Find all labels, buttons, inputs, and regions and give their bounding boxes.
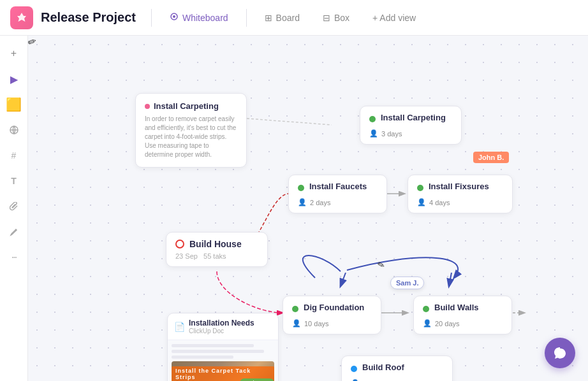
dig-foundation-meta: 👤 10 days [292,319,372,327]
installation-needs-title: Installation Needs [189,319,254,327]
john-badge: John B. [473,152,509,163]
build-roof-card[interactable]: Build Roof 👤 10 days [341,356,453,381]
installation-needs-subtitle: ClickUp Doc [189,327,254,334]
install-faucets-title: Install Faucets [309,182,367,191]
dig-person-icon: 👤 [292,319,301,327]
doc-line-2 [172,350,264,353]
svg-point-1 [173,15,175,18]
sidebar-text-icon[interactable]: T [4,171,24,191]
install-carpeting-task-title: Install Carpeting [381,113,446,122]
install-carpeting-task-card[interactable]: Install Carpeting 👤 3 days [360,106,462,145]
project-title: Release Project [41,10,136,25]
fixtures-person-icon: 👤 [417,198,426,206]
sidebar-more-icon[interactable]: ··· [4,247,24,268]
build-house-card[interactable]: Build House 23 Sep 55 taks [166,232,268,267]
sam-badge: Sam J. [390,277,424,289]
install-fixtures-title: Install Fixsures [429,182,489,191]
pencil-cursor-icon: ✏ [28,36,38,49]
build-walls-meta: 👤 20 days [423,319,503,327]
tab-box-label: Box [334,13,349,23]
build-house-title: Build House [189,239,242,249]
faucets-dot [298,185,304,191]
app-logo [10,6,33,29]
build-walls-card[interactable]: Build Walls 👤 20 days [413,296,512,334]
install-carpeting-dot [145,104,150,109]
walls-person-icon: 👤 [423,319,432,327]
fixtures-dot [417,185,423,191]
tab-whiteboard-label: Whiteboard [182,13,228,23]
build-house-dot [175,240,184,248]
sidebar-attach-icon[interactable] [4,196,24,217]
header-divider2 [246,9,247,27]
add-view-label: + Add view [372,13,416,23]
whiteboard-icon [170,12,179,23]
sidebar-globe-icon[interactable] [4,120,24,140]
doc-card-header: 📄 Installation Needs ClickUp Doc [168,313,278,340]
sidebar-hash-icon[interactable]: # [4,145,24,166]
header-divider [151,9,152,27]
sidebar-play-icon[interactable]: ▶ [4,69,24,89]
draw-cursor-icon: ✏ [376,259,387,271]
board-icon: ⊞ [265,13,272,23]
install-fixtures-card[interactable]: Install Fixsures 👤 4 days [408,175,513,213]
install-carpeting-big-body: In order to remove carpet easily and eff… [145,115,237,159]
build-walls-title: Build Walls [434,303,479,312]
install-faucets-card[interactable]: Install Faucets 👤 2 days [288,175,387,213]
svg-line-3 [247,119,332,125]
tab-box[interactable]: ⊟ Box [315,9,357,27]
build-house-meta: 23 Sep 55 taks [175,252,258,260]
sidebar-pen-icon[interactable] [4,222,24,242]
sidebar: + ▶ 🟨 # T ··· [0,36,28,381]
add-view-button[interactable]: + Add view [365,9,423,27]
install-fixtures-meta: 👤 4 days [417,198,503,206]
tab-board-label: Board [276,13,300,23]
box-icon: ⊟ [323,13,330,23]
installation-needs-card[interactable]: 📄 Installation Needs ClickUp Doc Install… [167,313,279,381]
header: Release Project Whiteboard ⊞ Board ⊟ Box… [0,0,588,36]
andrew-badge: Andrew K. [240,378,274,381]
dig-dot [292,306,298,312]
doc-line-1 [172,344,254,347]
chat-bubble-button[interactable] [545,338,575,368]
install-carpeting-big-title: Install Carpeting [145,101,237,111]
tab-board[interactable]: ⊞ Board [257,9,307,27]
install-faucets-meta: 👤 2 days [298,198,378,206]
sidebar-note-icon[interactable]: 🟨 [4,94,24,115]
tab-whiteboard[interactable]: Whiteboard [162,8,236,27]
faucets-person-icon: 👤 [298,198,307,206]
doc-line-3 [172,356,233,359]
person-icon: 👤 [369,129,378,138]
whiteboard-canvas[interactable]: ✏ Install Carpeting In order to remove c… [28,36,588,381]
dig-foundation-title: Dig Foundation [304,303,364,312]
dig-foundation-card[interactable]: Dig Foundation 👤 10 days [283,296,381,334]
sidebar-add-icon[interactable]: + [4,43,24,64]
doc-icon: 📄 [174,322,185,332]
roof-dot [351,366,357,372]
main-layout: + ▶ 🟨 # T ··· [0,36,588,381]
build-roof-title: Build Roof [362,363,404,372]
doc-preview: Install the Carpet Tack Strips Andrew K. [168,340,278,381]
install-carpeting-big-card: Install Carpeting In order to remove car… [135,93,247,168]
install-carpeting-task-meta: 👤 3 days [369,129,452,138]
task-dot-green [369,116,376,122]
walls-dot [423,306,429,312]
